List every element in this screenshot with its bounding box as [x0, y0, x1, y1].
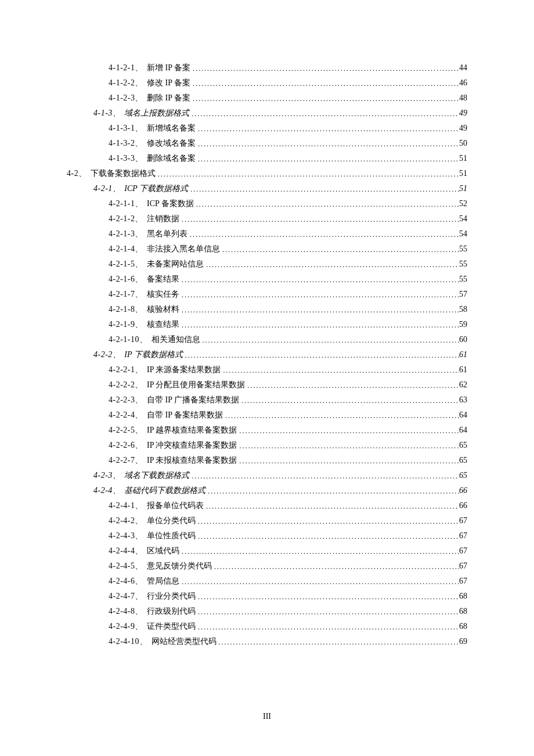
toc-title: 删除 IP 备案	[143, 94, 190, 102]
toc-page: 64	[459, 426, 467, 434]
toc-number: 4-2-1-6、	[109, 275, 143, 283]
toc-number: 4-2-4-5、	[109, 562, 143, 570]
toc-title: 自带 IP 广播备案结果数据	[143, 396, 239, 404]
toc-page: 65	[459, 471, 467, 480]
toc-number: 4-2-4-1、	[109, 502, 143, 510]
page-footer: III	[0, 712, 534, 721]
toc-number: 4-2-4-9、	[109, 622, 143, 631]
toc-number: 4-2-2、	[93, 351, 121, 359]
toc-leader	[179, 307, 459, 314]
toc-entry: 4-2-1-1、ICP 备案数据52	[67, 200, 467, 208]
toc-title: 下载备案数据格式	[87, 170, 156, 178]
toc-page: 68	[459, 592, 467, 600]
toc-title: 删除域名备案	[143, 154, 196, 163]
toc-number: 4-2-4-7、	[109, 592, 143, 600]
toc-page: 55	[459, 260, 467, 268]
toc-leader	[179, 276, 459, 283]
toc-page: 61	[459, 351, 467, 359]
toc-leader	[196, 533, 459, 540]
toc-number: 4-2-1-4、	[109, 245, 143, 253]
toc-title: 自带 IP 备案结果数据	[143, 411, 223, 419]
toc-number: 4-2-2-3、	[109, 396, 143, 404]
toc-number: 4-1-2-3、	[109, 94, 143, 102]
toc-entry: 4-2-1-5、未备案网站信息55	[67, 260, 467, 268]
toc-page: 67	[459, 562, 467, 570]
toc-entry: 4-2-1、ICP 下载数据格式51	[67, 185, 467, 193]
toc-number: 4-2-4-6、	[109, 577, 143, 585]
toc-title: 注销数据	[143, 215, 179, 223]
toc-title: IP 来源备案结果数据	[143, 366, 221, 374]
toc-number: 4-2-1-8、	[109, 305, 143, 314]
toc-entry: 4-1-3、域名上报数据格式49	[67, 109, 467, 117]
toc-page: 57	[459, 290, 467, 298]
toc-page: 61	[459, 366, 467, 374]
toc-leader	[179, 548, 459, 555]
toc-entry: 4-2-1-6、备案结果55	[67, 275, 467, 283]
toc-leader	[245, 382, 459, 389]
toc-title: 黑名单列表	[143, 230, 187, 238]
toc-title: 核实任务	[143, 290, 179, 298]
toc-page: 51	[459, 154, 467, 163]
toc-title: 新增 IP 备案	[143, 64, 190, 72]
toc-leader	[179, 291, 459, 298]
toc-title: 管局信息	[143, 577, 179, 585]
toc-page: 64	[459, 411, 467, 419]
toc-entry: 4-2-4-3、单位性质代码67	[67, 532, 467, 540]
toc-leader	[237, 458, 459, 465]
toc-entry: 4-2-4-5、意见反馈分类代码67	[67, 562, 467, 570]
table-of-contents: 4-1-2-1、新增 IP 备案444-1-2-2、修改 IP 备案464-1-…	[67, 64, 467, 646]
toc-leader	[204, 503, 459, 510]
toc-page: 62	[459, 381, 467, 389]
toc-leader	[221, 367, 459, 374]
toc-entry: 4-2、下载备案数据格式51	[67, 170, 467, 178]
toc-leader	[190, 80, 459, 87]
toc-number: 4-2-1-3、	[109, 230, 143, 238]
toc-page: 66	[459, 487, 467, 495]
toc-number: 4-1-3-1、	[109, 124, 143, 132]
toc-page: 51	[459, 185, 467, 193]
toc-entry: 4-2-2-7、IP 未报核查结果备案数据65	[67, 456, 467, 465]
toc-number: 4-1-2-1、	[109, 64, 143, 72]
toc-leader	[196, 518, 459, 525]
toc-entry: 4-2-4-1、报备单位代码表66	[67, 502, 467, 510]
toc-page: 48	[459, 94, 467, 102]
toc-number: 4-2-4、	[93, 487, 121, 495]
toc-page: 67	[459, 517, 467, 525]
toc-leader	[220, 246, 459, 253]
toc-title: 未备案网站信息	[143, 260, 204, 268]
toc-title: IP 冲突核查结果备案数据	[143, 441, 237, 449]
toc-page: 65	[459, 441, 467, 449]
toc-leader	[239, 397, 459, 404]
toc-title: 非法接入黑名单信息	[143, 245, 220, 253]
toc-page: 66	[459, 502, 467, 510]
toc-title: 修改域名备案	[143, 139, 196, 147]
toc-number: 4-2-1-2、	[109, 215, 143, 223]
toc-leader	[204, 261, 459, 268]
toc-entry: 4-2-2、IP 下载数据格式61	[67, 351, 467, 359]
toc-number: 4-2-2-6、	[109, 441, 143, 449]
toc-leader	[217, 639, 460, 646]
toc-page: 68	[459, 622, 467, 631]
page-number: III	[263, 712, 271, 721]
toc-number: 4-1-2-2、	[109, 79, 143, 87]
toc-entry: 4-2-4-6、管局信息67	[67, 577, 467, 585]
toc-entry: 4-2-4-8、行政级别代码68	[67, 607, 467, 615]
toc-entry: 4-2-2-6、IP 冲突核查结果备案数据65	[67, 441, 467, 449]
toc-leader	[237, 427, 459, 434]
toc-entry: 4-1-3-3、删除域名备案51	[67, 154, 467, 163]
toc-entry: 4-2-4-10、网站经营类型代码69	[67, 638, 467, 646]
toc-page: 58	[459, 305, 467, 314]
toc-title: 核查结果	[143, 321, 179, 329]
toc-page: 54	[459, 215, 467, 223]
toc-title: 基础代码下载数据格式	[121, 487, 205, 495]
toc-title: 修改 IP 备案	[143, 79, 190, 87]
toc-number: 4-2-4-3、	[109, 532, 143, 540]
toc-number: 4-2-2-1、	[109, 366, 143, 374]
toc-number: 4-2-4-4、	[109, 547, 143, 555]
toc-number: 4-2-4-8、	[109, 607, 143, 615]
toc-leader	[188, 186, 459, 193]
toc-leader	[205, 488, 459, 495]
toc-title: IP 未报核查结果备案数据	[143, 456, 237, 465]
toc-number: 4-2-2-7、	[109, 456, 143, 465]
toc-page: 60	[459, 336, 467, 344]
